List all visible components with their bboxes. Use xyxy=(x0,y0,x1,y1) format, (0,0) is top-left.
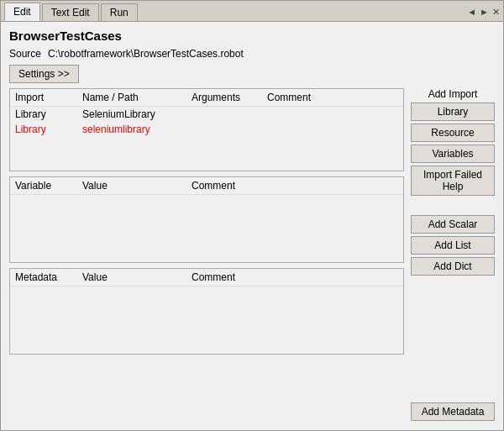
metadata-section: Metadata Value Comment xyxy=(9,268,404,355)
add-list-button[interactable]: Add List xyxy=(411,236,495,255)
vc-col-header: Comment xyxy=(186,177,403,194)
add-dict-button[interactable]: Add Dict xyxy=(411,257,495,276)
variables-button[interactable]: Variables xyxy=(411,145,495,163)
settings-button[interactable]: Settings >> xyxy=(9,65,79,83)
source-row: Source C:\robotframework\BrowserTestCase… xyxy=(9,48,495,60)
tab-edit[interactable]: Edit xyxy=(4,3,40,21)
value-col-header: Value xyxy=(77,177,186,194)
main-content: BrowserTestCases Source C:\robotframewor… xyxy=(1,22,503,430)
metadata-col-header: Metadata xyxy=(10,269,77,286)
add-metadata-button[interactable]: Add Metadata xyxy=(411,402,495,421)
meta-value-col-header: Value xyxy=(77,269,186,286)
close-icon[interactable]: ✕ xyxy=(492,7,500,18)
page-title: BrowserTestCases xyxy=(9,29,495,43)
tab-text-edit[interactable]: Text Edit xyxy=(42,3,99,21)
name-col-header: Name / Path xyxy=(77,89,186,106)
table-row[interactable]: Library seleniumlibrary xyxy=(10,122,403,137)
comment-col-header: Comment xyxy=(262,89,403,106)
left-panel: Import Name / Path Arguments Comment Lib… xyxy=(9,88,404,423)
body-area: Import Name / Path Arguments Comment Lib… xyxy=(9,88,495,423)
right-spacer xyxy=(411,278,495,402)
variable-header-row: Variable Value Comment xyxy=(10,177,403,195)
right-gap1 xyxy=(411,198,495,215)
name-cell-red: seleniumlibrary xyxy=(77,122,186,137)
table-row[interactable]: Library SeleniumLibrary xyxy=(10,107,403,122)
args-cell xyxy=(186,107,262,122)
import-section-spacer xyxy=(10,137,403,171)
meta-comment-col-header: Comment xyxy=(186,269,403,286)
comment-cell xyxy=(262,107,403,122)
import-header-row: Import Name / Path Arguments Comment xyxy=(10,89,403,107)
args-col-header: Arguments xyxy=(186,89,262,106)
add-scalar-button[interactable]: Add Scalar xyxy=(411,215,495,234)
comment-cell xyxy=(262,122,403,137)
variable-col-header: Variable xyxy=(10,177,77,194)
variable-section: Variable Value Comment xyxy=(9,176,404,263)
metadata-section-spacer2 xyxy=(10,320,403,354)
import-section: Import Name / Path Arguments Comment Lib… xyxy=(9,88,404,171)
resource-button[interactable]: Resource xyxy=(411,124,495,142)
prev-icon[interactable]: ◄ xyxy=(467,7,476,18)
right-panel: Add Import Library Resource Variables Im… xyxy=(411,88,495,423)
add-import-label: Add Import xyxy=(411,88,495,100)
main-window: Edit Text Edit Run ◄ ► ✕ BrowserTestCase… xyxy=(0,0,504,431)
import-cell: Library xyxy=(10,107,77,122)
metadata-header-row: Metadata Value Comment xyxy=(10,269,403,286)
tab-run[interactable]: Run xyxy=(101,3,138,21)
metadata-section-spacer xyxy=(10,286,403,320)
variable-section-spacer xyxy=(10,195,403,229)
args-cell xyxy=(186,122,262,137)
source-path: C:\robotframework\BrowserTestCases.robot xyxy=(48,48,244,60)
import-failed-help-button[interactable]: Import Failed Help xyxy=(411,166,495,196)
import-cell-red: Library xyxy=(10,122,77,137)
tab-bar: Edit Text Edit Run ◄ ► ✕ xyxy=(1,1,503,22)
import-col-header: Import xyxy=(10,89,77,106)
source-label: Source xyxy=(9,48,41,60)
next-icon[interactable]: ► xyxy=(480,7,489,18)
tab-bar-controls: ◄ ► ✕ xyxy=(467,7,500,18)
name-cell: SeleniumLibrary xyxy=(77,107,186,122)
variable-section-spacer2 xyxy=(10,229,403,262)
library-button[interactable]: Library xyxy=(411,102,495,121)
